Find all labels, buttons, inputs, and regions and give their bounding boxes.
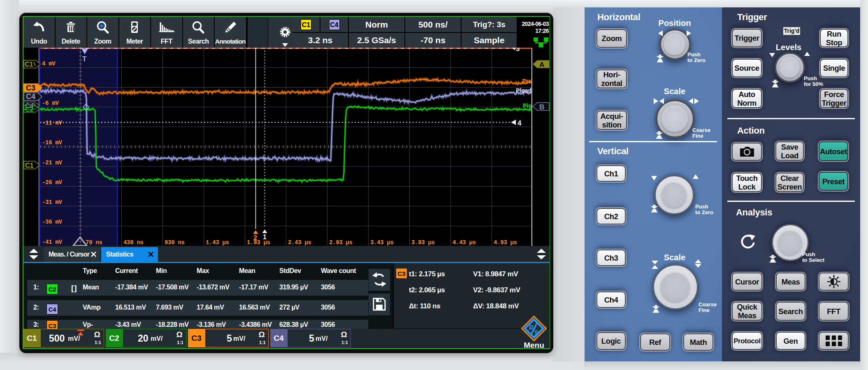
svg-text:-21 mV: -21 mV — [42, 160, 63, 166]
svg-text:S: S — [534, 330, 539, 337]
svg-text:B: B — [539, 103, 544, 111]
svg-text:-70 ns: -70 ns — [82, 239, 102, 246]
svg-text:2.93 µs: 2.93 µs — [329, 239, 353, 246]
svg-text:2.43 µs: 2.43 µs — [288, 239, 311, 246]
svg-text:A: A — [539, 61, 544, 69]
svg-text:-36 mV: -36 mV — [42, 219, 63, 225]
svg-text:3.43 µs: 3.43 µs — [370, 239, 394, 246]
svg-text:1: 1 — [263, 234, 267, 240]
svg-text:1.43 µs: 1.43 µs — [206, 239, 229, 246]
svg-text:4: 4 — [518, 119, 522, 127]
svg-text:430 ns: 430 ns — [123, 239, 144, 246]
svg-text:4.43 µs: 4.43 µs — [453, 239, 476, 246]
svg-text:4.93 µs: 4.93 µs — [494, 239, 517, 246]
svg-text:T: T — [82, 55, 87, 63]
svg-text:3.93 µs: 3.93 µs — [411, 239, 435, 246]
svg-text:Pload: Pload — [516, 87, 531, 94]
svg-text:C1: C1 — [25, 162, 34, 169]
svg-text:2: 2 — [253, 234, 257, 241]
svg-text:C3: C3 — [26, 84, 35, 92]
svg-text:-6 mV: -6 mV — [42, 100, 59, 106]
svg-text:-41 mV: -41 mV — [42, 239, 63, 245]
svg-text:3: 3 — [516, 48, 520, 53]
svg-text:1.93 µs: 1.93 µs — [247, 239, 270, 246]
svg-text:C1: C1 — [25, 61, 33, 68]
svg-text:-26 mV: -26 mV — [42, 179, 63, 186]
svg-text:Pis: Pis — [523, 102, 531, 109]
svg-text:R: R — [529, 324, 534, 331]
svg-text:-16 mV: -16 mV — [42, 139, 63, 146]
svg-text:Prs: Prs — [522, 78, 531, 84]
svg-text:4 mV: 4 mV — [42, 60, 56, 67]
svg-text:C4: C4 — [26, 92, 35, 101]
svg-text:-31 mV: -31 mV — [42, 199, 63, 206]
svg-text:-11 mV: -11 mV — [42, 120, 63, 126]
svg-text:C2: C2 — [25, 106, 34, 113]
svg-text:930 ns: 930 ns — [165, 239, 185, 246]
